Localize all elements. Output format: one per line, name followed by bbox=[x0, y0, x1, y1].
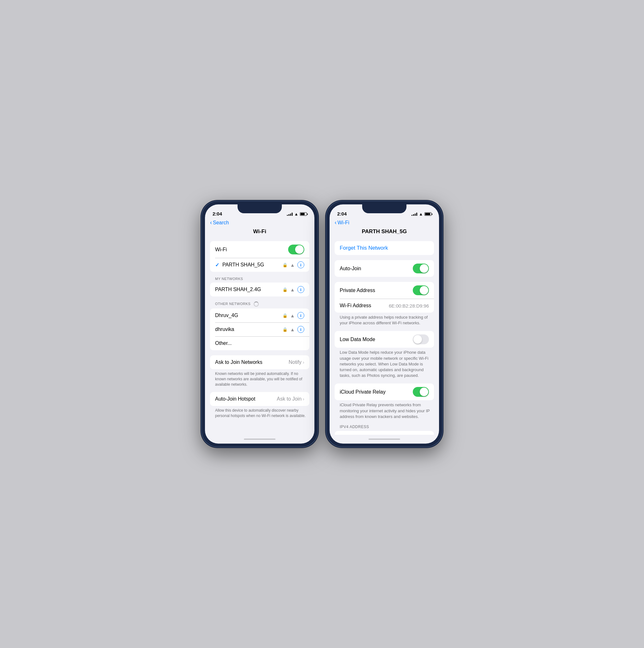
back-chevron-icon-1: ‹ bbox=[210, 219, 212, 226]
time-1: 2:04 bbox=[213, 211, 222, 216]
low-data-row: Low Data Mode bbox=[335, 331, 434, 348]
signal-icon-2 bbox=[412, 212, 417, 216]
auto-join-hotspot-note: Allow this device to automatically disco… bbox=[215, 408, 308, 419]
auto-join-row: Auto-Join bbox=[335, 260, 434, 277]
screen-content-2[interactable]: Forget This Network Auto-Join bbox=[330, 238, 439, 435]
nav-header-1: Wi-Fi bbox=[205, 228, 314, 238]
private-address-label: Private Address bbox=[340, 288, 413, 293]
info-button-2[interactable]: i bbox=[297, 286, 304, 293]
my-networks-group: MY NETWORKS PARTH SHAH_2.4G 🔒 ▲ i bbox=[210, 277, 309, 296]
low-data-toggle[interactable] bbox=[413, 334, 429, 344]
ask-join-group: Ask to Join Networks Notify › Known netw… bbox=[210, 355, 309, 387]
other-network-row-1[interactable]: dhruvika 🔒 ▲ i bbox=[210, 322, 309, 336]
icloud-relay-note: iCloud Private Relay prevents networks f… bbox=[340, 402, 433, 420]
ask-join-card: Ask to Join Networks Notify › bbox=[210, 355, 309, 369]
low-data-card: Low Data Mode bbox=[335, 331, 434, 348]
forget-button[interactable]: Forget This Network bbox=[340, 245, 388, 251]
back-link-2[interactable]: ‹ Wi-Fi bbox=[335, 220, 434, 226]
screen-content-1[interactable]: Wi-Fi ✓ PARTH SHAH_5G 🔒 ▲ i bbox=[205, 238, 314, 435]
other-network-name-2: Other... bbox=[215, 340, 304, 346]
auto-join-hotspot-group: Auto-Join Hotspot Ask to Join › Allow th… bbox=[210, 392, 309, 419]
auto-join-hotspot-row[interactable]: Auto-Join Hotspot Ask to Join › bbox=[210, 392, 309, 406]
back-nav-1: ‹ Search bbox=[205, 218, 314, 228]
connected-network-row[interactable]: ✓ PARTH SHAH_5G 🔒 ▲ i bbox=[210, 258, 309, 272]
ipv4-label: IPV4 ADDRESS bbox=[340, 425, 434, 429]
wifi-signal-icon-4: ▲ bbox=[290, 327, 295, 332]
ipv4-card: Configure IP Automatic › IP Address 192.… bbox=[335, 431, 434, 435]
wifi-address-label: Wi-Fi Address bbox=[340, 303, 389, 309]
icloud-relay-label: iCloud Private Relay bbox=[340, 389, 413, 395]
back-chevron-icon-2: ‹ bbox=[335, 219, 337, 226]
back-link-1[interactable]: ‹ Search bbox=[210, 220, 309, 226]
other-network-row-2[interactable]: Other... bbox=[210, 336, 309, 350]
back-label-1: Search bbox=[213, 220, 229, 226]
private-address-toggle[interactable] bbox=[413, 285, 429, 295]
loading-spinner bbox=[254, 302, 259, 307]
wifi-toggle[interactable] bbox=[288, 245, 304, 254]
page-title-1: Wi-Fi bbox=[253, 228, 266, 235]
private-address-card: Private Address Wi-Fi Address 6E:00:B2:2… bbox=[335, 282, 434, 313]
lock-icon-4: 🔒 bbox=[283, 327, 288, 332]
wifi-status-icon-1: ▲ bbox=[294, 212, 298, 216]
wifi-toggle-row: Wi-Fi bbox=[210, 241, 309, 258]
connected-network-icons: 🔒 ▲ i bbox=[283, 261, 304, 268]
other-network-row-0[interactable]: Dhruv_4G 🔒 ▲ i bbox=[210, 309, 309, 322]
private-address-row: Private Address bbox=[335, 282, 434, 299]
auto-join-hotspot-label: Auto-Join Hotspot bbox=[215, 396, 277, 402]
ipv4-group: IPV4 ADDRESS Configure IP Automatic › IP… bbox=[335, 425, 434, 435]
ask-join-value: Notify bbox=[288, 360, 301, 365]
forget-group: Forget This Network bbox=[335, 241, 434, 255]
home-indicator-1 bbox=[205, 435, 314, 444]
phones-container: 2:04 ▲ ‹ Search bbox=[201, 201, 443, 447]
auto-join-toggle[interactable] bbox=[413, 264, 429, 273]
signal-icon-1 bbox=[287, 212, 293, 216]
low-data-toggle-knob bbox=[413, 335, 422, 343]
my-networks-label: MY NETWORKS bbox=[215, 277, 309, 281]
wifi-toggle-label: Wi-Fi bbox=[215, 247, 288, 253]
other-network-name-0: Dhruv_4G bbox=[215, 313, 283, 318]
auto-join-hotspot-value: Ask to Join bbox=[277, 396, 301, 402]
low-data-note: Low Data Mode helps reduce your iPhone d… bbox=[340, 349, 433, 378]
icloud-relay-card: iCloud Private Relay bbox=[335, 383, 434, 400]
auto-join-card: Auto-Join bbox=[335, 260, 434, 277]
info-button-1[interactable]: i bbox=[297, 261, 304, 268]
info-button-3[interactable]: i bbox=[297, 312, 304, 319]
ask-join-row[interactable]: Ask to Join Networks Notify › bbox=[210, 355, 309, 369]
private-address-group: Private Address Wi-Fi Address 6E:00:B2:2… bbox=[335, 282, 434, 326]
forget-row[interactable]: Forget This Network bbox=[335, 241, 434, 255]
auto-join-hotspot-card: Auto-Join Hotspot Ask to Join › bbox=[210, 392, 309, 406]
battery-icon-2 bbox=[424, 212, 431, 216]
auto-join-label: Auto-Join bbox=[340, 266, 413, 271]
battery-icon-1 bbox=[300, 212, 307, 216]
back-nav-2: ‹ Wi-Fi bbox=[330, 218, 439, 228]
other-networks-card: Dhruv_4G 🔒 ▲ i dhruvika 🔒 ▲ bbox=[210, 309, 309, 350]
ask-join-label: Ask to Join Networks bbox=[215, 360, 288, 365]
wifi-toggle-knob bbox=[295, 245, 304, 254]
low-data-group: Low Data Mode Low Data Mode helps reduce… bbox=[335, 331, 434, 378]
icloud-relay-row: iCloud Private Relay bbox=[335, 383, 434, 400]
wifi-status-icon-2: ▲ bbox=[419, 212, 423, 216]
other-network-name-1: dhruvika bbox=[215, 327, 283, 332]
status-icons-2: ▲ bbox=[412, 212, 431, 216]
wifi-toggle-card: Wi-Fi ✓ PARTH SHAH_5G 🔒 ▲ i bbox=[210, 241, 309, 272]
phone-network-detail: 2:04 ▲ ‹ Wi-Fi bbox=[326, 201, 443, 447]
my-network-name-0: PARTH SHAH_2.4G bbox=[215, 287, 283, 292]
private-address-toggle-knob bbox=[420, 286, 428, 294]
my-network-row-0[interactable]: PARTH SHAH_2.4G 🔒 ▲ i bbox=[210, 282, 309, 296]
wifi-signal-icon-3: ▲ bbox=[290, 313, 295, 318]
other-networks-group: OTHER NETWORKS Dhruv_4G 🔒 ▲ i bbox=[210, 302, 309, 350]
icloud-relay-toggle[interactable] bbox=[413, 387, 429, 397]
info-button-4[interactable]: i bbox=[297, 326, 304, 333]
other-network-icons-0: 🔒 ▲ i bbox=[283, 312, 304, 319]
auto-join-hotspot-chevron: › bbox=[303, 396, 304, 401]
other-network-icons-1: 🔒 ▲ i bbox=[283, 326, 304, 333]
connected-network-name: PARTH SHAH_5G bbox=[222, 262, 283, 268]
other-networks-label: OTHER NETWORKS bbox=[215, 302, 309, 307]
back-label-2: Wi-Fi bbox=[338, 220, 349, 226]
ask-join-chevron: › bbox=[303, 360, 304, 365]
configure-ip-row[interactable]: Configure IP Automatic › bbox=[335, 431, 434, 435]
phone-wifi: 2:04 ▲ ‹ Search bbox=[201, 201, 318, 447]
private-address-note: Using a private address helps reduce tra… bbox=[340, 315, 433, 326]
time-2: 2:04 bbox=[337, 211, 347, 216]
page-title-2: PARTH SHAH_5G bbox=[362, 228, 407, 235]
